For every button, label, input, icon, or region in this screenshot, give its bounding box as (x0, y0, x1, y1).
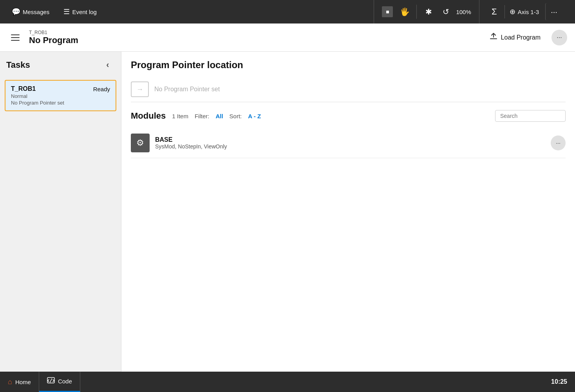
bottom-time: 10:25 (543, 372, 575, 392)
top-bar-right: Σ ⊕ Axis 1-3 ··· (479, 0, 569, 23)
sort-value[interactable]: A - Z (248, 113, 261, 119)
hamburger-line (11, 40, 20, 41)
toolbar-title: No Program (29, 35, 477, 45)
left-sidebar: Tasks ‹ T_ROB1 Ready Normal No Program P… (0, 52, 121, 372)
home-button[interactable]: ⌂ Home (0, 372, 39, 392)
speed-icon: ↺ (443, 7, 449, 16)
toolbar-more-icon: ··· (557, 34, 562, 41)
task-mode: Normal (11, 93, 110, 99)
hand-icon: 🖐 (400, 7, 410, 16)
right-panel: Program Pointer location → No Program Po… (121, 52, 575, 372)
task-name: T_ROB1 (11, 85, 36, 92)
search-input[interactable] (495, 110, 566, 122)
speed-button[interactable]: ↺ (437, 3, 454, 20)
module-description: SysMod, NoStepIn, ViewOnly (155, 143, 545, 150)
module-icon-box: ⚙ (131, 134, 150, 152)
messages-label: Messages (23, 9, 49, 15)
module-info: BASE SysMod, NoStepIn, ViewOnly (155, 136, 545, 150)
task-status: Ready (93, 86, 110, 92)
home-icon: ⌂ (8, 378, 12, 386)
eventlog-label: Event log (72, 9, 97, 15)
toolbar-title-area: T_ROB1 No Program (29, 30, 477, 45)
hamburger-line (11, 34, 20, 35)
sort-label: Sort: (230, 113, 242, 119)
divider (416, 5, 417, 19)
toolbar-subtitle: T_ROB1 (29, 30, 477, 35)
eventlog-button[interactable]: ☰ Event log (58, 5, 102, 18)
collapse-icon: ‹ (106, 60, 109, 70)
list-item: ⚙ BASE SysMod, NoStepIn, ViewOnly ··· (131, 128, 566, 158)
module-more-icon: ··· (556, 140, 561, 146)
top-bar-controls: ■ 🖐 ✱ ↺ 100% (374, 0, 479, 23)
program-pointer-arrow-icon: → (136, 85, 143, 94)
toolbar: T_ROB1 No Program Load Program ··· (0, 23, 575, 52)
more-icon: ··· (551, 7, 557, 16)
modules-title: Modules (131, 111, 166, 121)
asterisk-icon: ✱ (425, 7, 432, 16)
topbar-more-button[interactable]: ··· (545, 3, 562, 20)
main-content: Tasks ‹ T_ROB1 Ready Normal No Program P… (0, 52, 575, 372)
toolbar-more-button[interactable]: ··· (551, 30, 567, 45)
stop-icon: ■ (386, 9, 389, 15)
bottom-bar: ⌂ Home Code 10:25 (0, 372, 575, 392)
collapse-sidebar-button[interactable]: ‹ (101, 58, 115, 72)
stop-button[interactable]: ■ (382, 6, 393, 17)
module-more-button[interactable]: ··· (551, 135, 566, 150)
home-label: Home (15, 379, 31, 385)
hamburger-line (11, 37, 20, 38)
filter-value[interactable]: All (215, 113, 223, 119)
program-pointer-section-title: Program Pointer location (131, 60, 566, 70)
axis-label: Axis 1-3 (518, 9, 539, 15)
top-navigation-bar: 💬 Messages ☰ Event log ■ 🖐 ✱ ↺ 100% Σ ⊕ … (0, 0, 575, 23)
sum-icon: Σ (492, 7, 497, 17)
load-program-icon (489, 32, 498, 43)
filter-label: Filter: (195, 113, 210, 119)
sidebar-header: Tasks ‹ (0, 52, 121, 77)
messages-icon: 💬 (12, 7, 20, 16)
hamburger-menu-button[interactable] (8, 31, 23, 44)
no-pointer-label: No Program Pointer set (154, 86, 220, 93)
code-button[interactable]: Code (39, 372, 80, 392)
speed-value: 100% (456, 9, 471, 15)
load-program-label: Load Program (501, 34, 541, 41)
asterisk-button[interactable]: ✱ (420, 3, 437, 20)
messages-button[interactable]: 💬 Messages (6, 5, 55, 18)
sum-button[interactable]: Σ (486, 3, 503, 20)
hand-button[interactable]: 🖐 (396, 3, 413, 20)
module-name: BASE (155, 136, 545, 143)
axis-icon: ⊕ (510, 7, 515, 16)
axis-button[interactable]: ⊕ Axis 1-3 (504, 5, 544, 18)
program-pointer-icon-box: → (131, 81, 149, 97)
top-bar-left: 💬 Messages ☰ Event log (6, 5, 374, 18)
sidebar-title: Tasks (6, 60, 30, 70)
task-pointer: No Program Pointer set (11, 100, 110, 106)
code-label: Code (58, 378, 72, 385)
modules-count: 1 Item (172, 113, 188, 119)
program-pointer-area: → No Program Pointer set (131, 77, 566, 102)
eventlog-icon: ☰ (63, 7, 70, 16)
load-program-button[interactable]: Load Program (483, 29, 547, 46)
code-icon (47, 376, 55, 386)
task-card-header: T_ROB1 Ready (11, 85, 110, 92)
task-card-t-rob1[interactable]: T_ROB1 Ready Normal No Program Pointer s… (5, 80, 116, 111)
module-gear-icon: ⚙ (136, 138, 144, 148)
svg-rect-0 (490, 38, 497, 39)
toolbar-actions: Load Program ··· (483, 29, 567, 46)
module-list: ⚙ BASE SysMod, NoStepIn, ViewOnly ··· (131, 128, 566, 158)
modules-header: Modules 1 Item Filter: All Sort: A - Z (131, 110, 566, 122)
